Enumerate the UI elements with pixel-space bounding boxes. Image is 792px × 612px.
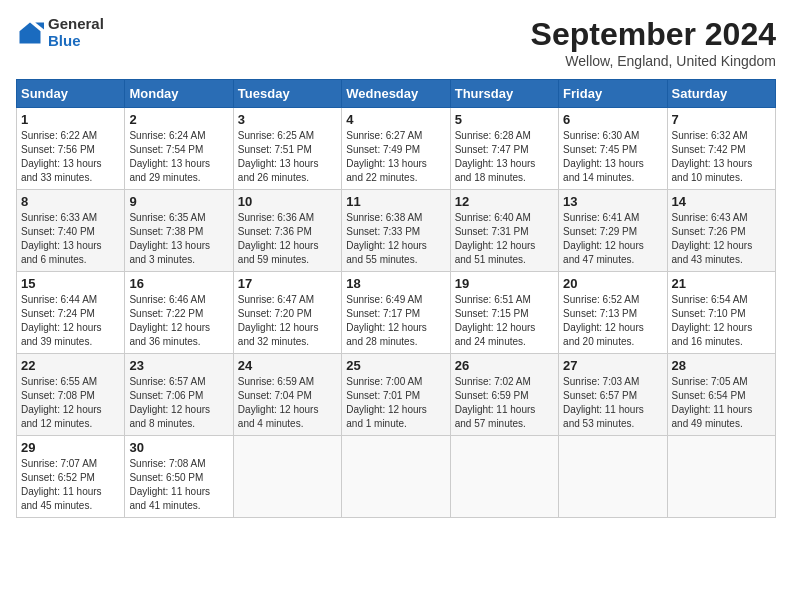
day-cell — [559, 436, 667, 518]
day-cell: 26Sunrise: 7:02 AM Sunset: 6:59 PM Dayli… — [450, 354, 558, 436]
logo-icon — [16, 19, 44, 47]
day-cell: 22Sunrise: 6:55 AM Sunset: 7:08 PM Dayli… — [17, 354, 125, 436]
day-number: 28 — [672, 358, 771, 373]
day-number: 22 — [21, 358, 120, 373]
title-area: September 2024 Wellow, England, United K… — [531, 16, 776, 69]
day-cell: 25Sunrise: 7:00 AM Sunset: 7:01 PM Dayli… — [342, 354, 450, 436]
logo-general-text: General — [48, 16, 104, 33]
header-cell-monday: Monday — [125, 80, 233, 108]
day-cell: 13Sunrise: 6:41 AM Sunset: 7:29 PM Dayli… — [559, 190, 667, 272]
day-cell: 15Sunrise: 6:44 AM Sunset: 7:24 PM Dayli… — [17, 272, 125, 354]
day-cell: 27Sunrise: 7:03 AM Sunset: 6:57 PM Dayli… — [559, 354, 667, 436]
day-number: 19 — [455, 276, 554, 291]
day-info: Sunrise: 6:24 AM Sunset: 7:54 PM Dayligh… — [129, 130, 210, 183]
day-cell: 17Sunrise: 6:47 AM Sunset: 7:20 PM Dayli… — [233, 272, 341, 354]
day-number: 17 — [238, 276, 337, 291]
header-cell-friday: Friday — [559, 80, 667, 108]
day-info: Sunrise: 6:59 AM Sunset: 7:04 PM Dayligh… — [238, 376, 319, 429]
day-info: Sunrise: 7:02 AM Sunset: 6:59 PM Dayligh… — [455, 376, 536, 429]
day-info: Sunrise: 7:05 AM Sunset: 6:54 PM Dayligh… — [672, 376, 753, 429]
day-info: Sunrise: 6:36 AM Sunset: 7:36 PM Dayligh… — [238, 212, 319, 265]
day-number: 21 — [672, 276, 771, 291]
header-cell-wednesday: Wednesday — [342, 80, 450, 108]
logo-text: General Blue — [48, 16, 104, 49]
day-cell: 21Sunrise: 6:54 AM Sunset: 7:10 PM Dayli… — [667, 272, 775, 354]
day-info: Sunrise: 6:41 AM Sunset: 7:29 PM Dayligh… — [563, 212, 644, 265]
day-info: Sunrise: 6:44 AM Sunset: 7:24 PM Dayligh… — [21, 294, 102, 347]
day-info: Sunrise: 7:00 AM Sunset: 7:01 PM Dayligh… — [346, 376, 427, 429]
day-info: Sunrise: 6:25 AM Sunset: 7:51 PM Dayligh… — [238, 130, 319, 183]
day-info: Sunrise: 6:28 AM Sunset: 7:47 PM Dayligh… — [455, 130, 536, 183]
day-info: Sunrise: 6:51 AM Sunset: 7:15 PM Dayligh… — [455, 294, 536, 347]
day-number: 30 — [129, 440, 228, 455]
week-row-4: 22Sunrise: 6:55 AM Sunset: 7:08 PM Dayli… — [17, 354, 776, 436]
day-number: 4 — [346, 112, 445, 127]
day-cell: 16Sunrise: 6:46 AM Sunset: 7:22 PM Dayli… — [125, 272, 233, 354]
day-number: 15 — [21, 276, 120, 291]
day-cell: 20Sunrise: 6:52 AM Sunset: 7:13 PM Dayli… — [559, 272, 667, 354]
day-number: 9 — [129, 194, 228, 209]
day-cell: 9Sunrise: 6:35 AM Sunset: 7:38 PM Daylig… — [125, 190, 233, 272]
day-info: Sunrise: 6:27 AM Sunset: 7:49 PM Dayligh… — [346, 130, 427, 183]
header-cell-tuesday: Tuesday — [233, 80, 341, 108]
day-cell: 3Sunrise: 6:25 AM Sunset: 7:51 PM Daylig… — [233, 108, 341, 190]
day-info: Sunrise: 6:46 AM Sunset: 7:22 PM Dayligh… — [129, 294, 210, 347]
day-cell: 7Sunrise: 6:32 AM Sunset: 7:42 PM Daylig… — [667, 108, 775, 190]
day-info: Sunrise: 6:32 AM Sunset: 7:42 PM Dayligh… — [672, 130, 753, 183]
day-cell — [450, 436, 558, 518]
header: General Blue September 2024 Wellow, Engl… — [16, 16, 776, 69]
day-cell: 28Sunrise: 7:05 AM Sunset: 6:54 PM Dayli… — [667, 354, 775, 436]
day-number: 8 — [21, 194, 120, 209]
day-info: Sunrise: 6:30 AM Sunset: 7:45 PM Dayligh… — [563, 130, 644, 183]
day-info: Sunrise: 6:49 AM Sunset: 7:17 PM Dayligh… — [346, 294, 427, 347]
day-number: 3 — [238, 112, 337, 127]
day-number: 1 — [21, 112, 120, 127]
day-cell: 2Sunrise: 6:24 AM Sunset: 7:54 PM Daylig… — [125, 108, 233, 190]
header-cell-thursday: Thursday — [450, 80, 558, 108]
day-cell: 14Sunrise: 6:43 AM Sunset: 7:26 PM Dayli… — [667, 190, 775, 272]
day-number: 11 — [346, 194, 445, 209]
day-number: 27 — [563, 358, 662, 373]
calendar-table: SundayMondayTuesdayWednesdayThursdayFrid… — [16, 79, 776, 518]
day-number: 6 — [563, 112, 662, 127]
day-cell — [342, 436, 450, 518]
day-info: Sunrise: 6:54 AM Sunset: 7:10 PM Dayligh… — [672, 294, 753, 347]
day-cell: 8Sunrise: 6:33 AM Sunset: 7:40 PM Daylig… — [17, 190, 125, 272]
day-number: 2 — [129, 112, 228, 127]
day-info: Sunrise: 6:55 AM Sunset: 7:08 PM Dayligh… — [21, 376, 102, 429]
day-number: 10 — [238, 194, 337, 209]
day-cell: 1Sunrise: 6:22 AM Sunset: 7:56 PM Daylig… — [17, 108, 125, 190]
day-cell: 30Sunrise: 7:08 AM Sunset: 6:50 PM Dayli… — [125, 436, 233, 518]
svg-marker-0 — [20, 22, 41, 43]
day-info: Sunrise: 6:22 AM Sunset: 7:56 PM Dayligh… — [21, 130, 102, 183]
day-number: 13 — [563, 194, 662, 209]
day-cell: 6Sunrise: 6:30 AM Sunset: 7:45 PM Daylig… — [559, 108, 667, 190]
day-cell — [233, 436, 341, 518]
day-info: Sunrise: 6:43 AM Sunset: 7:26 PM Dayligh… — [672, 212, 753, 265]
day-number: 7 — [672, 112, 771, 127]
day-info: Sunrise: 6:40 AM Sunset: 7:31 PM Dayligh… — [455, 212, 536, 265]
header-cell-sunday: Sunday — [17, 80, 125, 108]
day-number: 12 — [455, 194, 554, 209]
day-info: Sunrise: 6:57 AM Sunset: 7:06 PM Dayligh… — [129, 376, 210, 429]
day-cell: 4Sunrise: 6:27 AM Sunset: 7:49 PM Daylig… — [342, 108, 450, 190]
day-number: 29 — [21, 440, 120, 455]
day-info: Sunrise: 7:07 AM Sunset: 6:52 PM Dayligh… — [21, 458, 102, 511]
day-info: Sunrise: 7:08 AM Sunset: 6:50 PM Dayligh… — [129, 458, 210, 511]
header-row: SundayMondayTuesdayWednesdayThursdayFrid… — [17, 80, 776, 108]
day-number: 26 — [455, 358, 554, 373]
day-info: Sunrise: 6:33 AM Sunset: 7:40 PM Dayligh… — [21, 212, 102, 265]
day-cell: 24Sunrise: 6:59 AM Sunset: 7:04 PM Dayli… — [233, 354, 341, 436]
day-cell: 23Sunrise: 6:57 AM Sunset: 7:06 PM Dayli… — [125, 354, 233, 436]
day-number: 18 — [346, 276, 445, 291]
week-row-3: 15Sunrise: 6:44 AM Sunset: 7:24 PM Dayli… — [17, 272, 776, 354]
day-cell: 11Sunrise: 6:38 AM Sunset: 7:33 PM Dayli… — [342, 190, 450, 272]
week-row-1: 1Sunrise: 6:22 AM Sunset: 7:56 PM Daylig… — [17, 108, 776, 190]
day-info: Sunrise: 6:35 AM Sunset: 7:38 PM Dayligh… — [129, 212, 210, 265]
day-cell: 18Sunrise: 6:49 AM Sunset: 7:17 PM Dayli… — [342, 272, 450, 354]
day-number: 5 — [455, 112, 554, 127]
week-row-2: 8Sunrise: 6:33 AM Sunset: 7:40 PM Daylig… — [17, 190, 776, 272]
day-number: 16 — [129, 276, 228, 291]
week-row-5: 29Sunrise: 7:07 AM Sunset: 6:52 PM Dayli… — [17, 436, 776, 518]
day-cell: 10Sunrise: 6:36 AM Sunset: 7:36 PM Dayli… — [233, 190, 341, 272]
